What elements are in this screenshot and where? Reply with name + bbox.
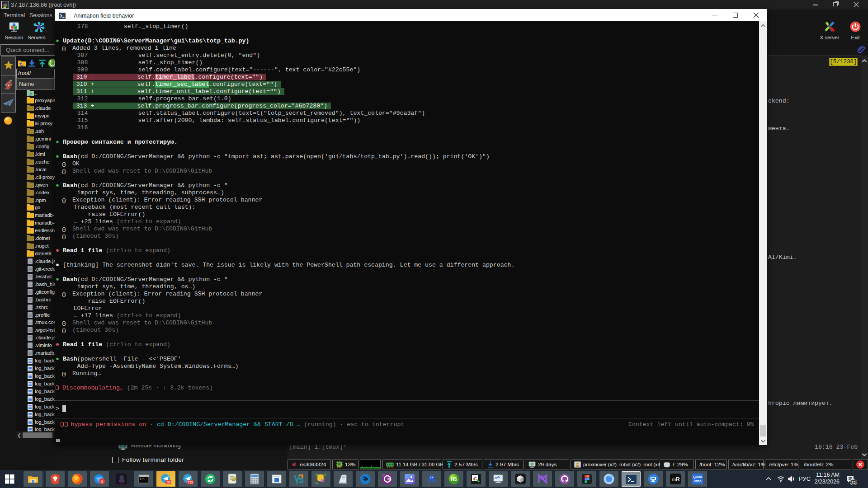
svg-text:.30: .30 xyxy=(166,481,171,484)
svg-text:715: 715 xyxy=(188,481,193,484)
svg-text:HS: HS xyxy=(451,477,457,482)
svg-text:2: 2 xyxy=(101,479,103,483)
svg-text:R: R xyxy=(676,476,680,483)
svg-text:C:\_: C:\_ xyxy=(140,478,146,481)
svg-text:FRKY: FRKY xyxy=(118,481,125,484)
svg-text:Quick: Quick xyxy=(693,475,702,479)
svg-text:utmo: utmo xyxy=(693,479,701,483)
